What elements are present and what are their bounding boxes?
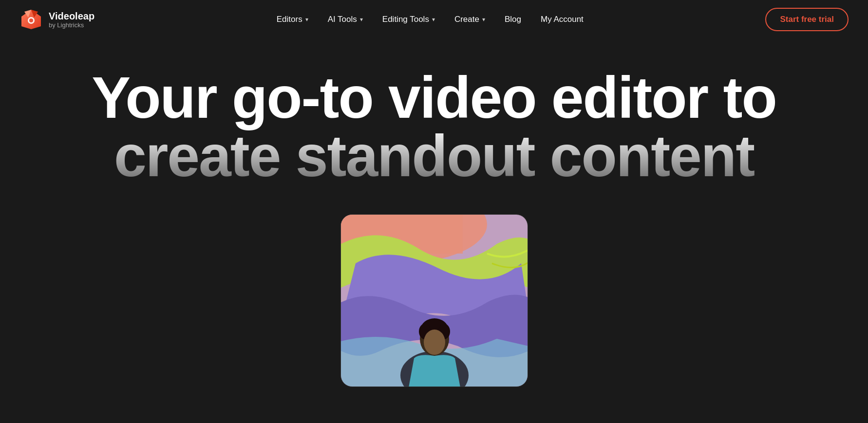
- logo-area: Videoleap by Lightricks: [19, 8, 94, 31]
- logo-icon: [19, 8, 43, 31]
- nav-my-account[interactable]: My Account: [533, 11, 591, 28]
- chevron-down-icon: ▾: [360, 16, 363, 23]
- svg-point-4: [29, 18, 33, 22]
- nav-editing-tools-label: Editing Tools: [382, 15, 429, 24]
- chevron-down-icon: ▾: [305, 16, 308, 23]
- nav-menu: Editors ▾ AI Tools ▾ Editing Tools ▾ Cre…: [269, 11, 591, 28]
- hero-section: Your go-to video editor to create stando…: [0, 39, 868, 387]
- brand-tagline: by Lightricks: [49, 21, 94, 29]
- navbar: Videoleap by Lightricks Editors ▾ AI Too…: [0, 0, 868, 39]
- chevron-down-icon: ▾: [432, 16, 435, 23]
- nav-blog-label: Blog: [505, 15, 521, 24]
- nav-create[interactable]: Create ▾: [447, 11, 493, 28]
- hero-title-line1: Your go-to video editor to: [92, 65, 776, 130]
- nav-editors-label: Editors: [277, 15, 302, 24]
- chevron-down-icon: ▾: [482, 16, 485, 23]
- nav-my-account-label: My Account: [541, 15, 584, 24]
- logo-text: Videoleap by Lightricks: [49, 11, 94, 29]
- hero-headline: Your go-to video editor to create stando…: [44, 68, 824, 185]
- brand-name: Videoleap: [49, 11, 94, 21]
- navbar-right: Start free trial: [765, 8, 849, 31]
- video-thumbnail[interactable]: [340, 214, 528, 387]
- nav-ai-tools-label: AI Tools: [328, 15, 357, 24]
- hero-video-area: [19, 214, 849, 387]
- video-thumbnail-inner: [341, 215, 528, 386]
- nav-editors[interactable]: Editors ▾: [269, 11, 316, 28]
- start-trial-button[interactable]: Start free trial: [765, 8, 849, 31]
- nav-create-label: Create: [454, 15, 479, 24]
- nav-blog[interactable]: Blog: [497, 11, 529, 28]
- nav-ai-tools[interactable]: AI Tools ▾: [320, 11, 371, 28]
- svg-point-13: [424, 330, 445, 355]
- hero-title-line2: create standout content: [114, 123, 754, 188]
- thumbnail-svg: [341, 215, 528, 387]
- nav-editing-tools[interactable]: Editing Tools ▾: [375, 11, 443, 28]
